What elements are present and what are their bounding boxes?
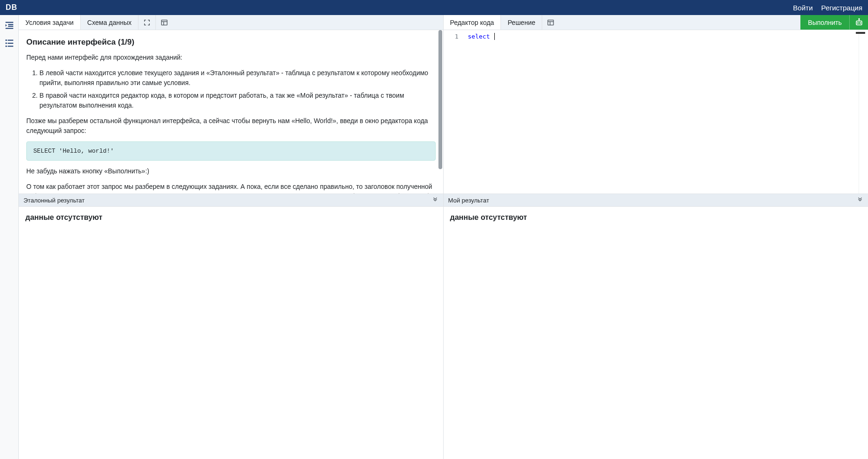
svg-point-20 [860,23,860,23]
code-editor[interactable]: 1 select [444,30,868,194]
task-list: В левой части находится условие текущего… [26,68,436,110]
my-result-header[interactable]: Мой результат [444,194,868,207]
login-link[interactable]: Войти [793,4,813,12]
text-cursor [494,33,495,40]
register-link[interactable]: Регистрация [821,4,862,12]
sql-keyword: select [468,33,490,40]
fullscreen-icon[interactable] [138,15,156,30]
task-list-item: В правой части находится редактор кода, … [39,91,436,110]
svg-point-19 [857,23,858,23]
no-data-text: данные отсутствуют [450,213,862,222]
collapse-icon[interactable] [857,197,863,203]
no-data-text: данные отсутствуют [25,213,437,222]
task-intro: Перед нами интерфейс для прохождения зад… [26,53,436,62]
task-list-item: В левой части находится условие текущего… [39,68,436,88]
code-text[interactable]: select [462,30,868,194]
tab-task[interactable]: Условия задачи [19,15,81,30]
editor-minimap [859,30,868,194]
editor-gutter: 1 [444,30,462,194]
right-tabs-bar: Редактор кода Решение Выполнить [444,15,868,30]
code-sample: SELECT 'Hello, world!' [26,141,436,161]
tab-solution[interactable]: Решение [501,15,542,30]
task-para: Не забудь нажать кнопку «Выполнить»:) [26,166,436,176]
reference-result-header[interactable]: Эталонный результат [19,194,443,207]
layout-icon[interactable] [542,15,559,30]
collapse-icon[interactable] [432,197,438,203]
left-pane: Условия задачи Схема данных Описание инт… [19,15,444,459]
logo-text: DB [6,3,17,12]
svg-point-18 [859,18,860,19]
scrollbar-thumb[interactable] [438,30,442,169]
task-title: Описание интерфейса (1/9) [26,38,436,47]
task-content: Описание интерфейса (1/9) Перед нами инт… [19,30,443,194]
run-button[interactable]: Выполнить [800,15,849,30]
app-logo[interactable]: DB [6,3,17,12]
right-pane: Редактор кода Решение Выполнить 1 [444,15,868,459]
svg-rect-7 [5,39,7,41]
task-para: Позже мы разберем остальной функционал и… [26,116,436,136]
app-header: DB Войти Регистрация [0,0,868,15]
svg-rect-13 [548,20,553,25]
line-number: 1 [444,33,459,40]
reference-result-body: данные отсутствуют [19,207,443,459]
list-icon[interactable] [3,37,16,50]
tab-schema[interactable]: Схема данных [81,15,139,30]
editor-overview-mark [856,32,865,34]
svg-rect-8 [5,43,7,44]
left-sidebar [0,15,19,459]
svg-rect-9 [5,46,7,47]
task-para: О том как работает этот запрос мы разбер… [26,182,436,194]
scrollbar-track[interactable] [438,30,442,194]
reference-result-label: Эталонный результат [23,197,84,204]
my-result-label: Мой результат [448,197,489,204]
svg-rect-10 [161,20,167,25]
tab-editor[interactable]: Редактор кода [444,15,501,30]
layout-icon[interactable] [156,15,173,30]
text-indent-icon[interactable] [3,19,16,32]
ai-assistant-button[interactable] [849,15,868,30]
my-result-body: данные отсутствуют [444,207,868,459]
left-tabs-bar: Условия задачи Схема данных [19,15,443,30]
sql-rest [490,33,493,40]
